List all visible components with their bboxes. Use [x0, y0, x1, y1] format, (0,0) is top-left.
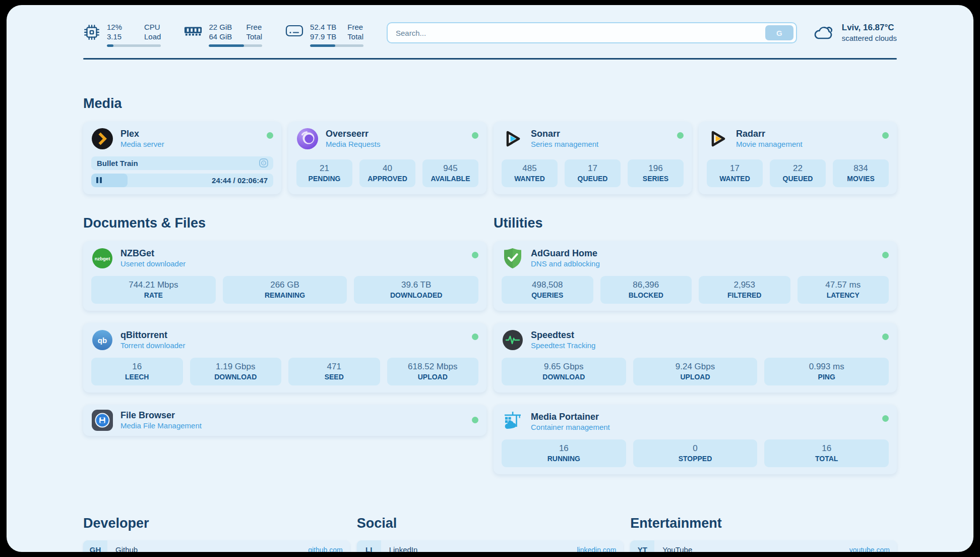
app-card-adguard[interactable]: AdGuard Home DNS and adblocking 498,508 …: [494, 241, 897, 311]
app-subtitle: Media server: [120, 139, 164, 149]
app-name: AdGuard Home: [531, 248, 600, 259]
stat-approved: 40 APPROVED: [359, 159, 415, 187]
memory-free-label: Free: [246, 22, 262, 32]
storage-progress-fill: [310, 44, 335, 47]
playback-progress-bar[interactable]: 24:44 / 02:06:47: [91, 174, 273, 187]
weather-widget[interactable]: Lviv, 16.87°C scattered clouds: [812, 22, 897, 43]
stat-download: 1.19 Gbps DOWNLOAD: [190, 358, 282, 385]
app-card-qbittorrent[interactable]: qb qBittorrent Torrent downloader 16 LEE…: [83, 323, 486, 393]
storage-total-value: 97.9 TB: [310, 32, 336, 41]
memory-total-label: Total: [246, 32, 262, 41]
storage-total-label: Total: [347, 32, 363, 41]
status-dot: [472, 132, 478, 139]
stat-running: 16 RUNNING: [502, 439, 626, 467]
memory-total-value: 64 GiB: [209, 32, 235, 41]
link-name: Github: [115, 545, 308, 552]
filebrowser-icon: [91, 409, 113, 431]
stat-download: 9.65 Gbps DOWNLOAD: [502, 358, 626, 385]
stat-total: 16 TOTAL: [764, 439, 889, 467]
cpu-usage-value: 12%: [107, 22, 133, 32]
app-card-nzbget[interactable]: nzbget NZBGet Usenet downloader 744.21 M…: [83, 241, 486, 311]
app-name: Radarr: [736, 128, 803, 139]
app-card-portainer[interactable]: Media Portainer Container management 16 …: [494, 405, 897, 474]
app-name: File Browser: [120, 410, 202, 421]
app-subtitle: Container management: [531, 422, 610, 432]
link-github[interactable]: GH Github github.com: [83, 540, 350, 552]
app-subtitle: Series management: [531, 139, 598, 149]
top-bar: 12% 3.15 CPU Load: [83, 5, 897, 47]
ram-stick-icon: [184, 24, 202, 39]
cloud-icon: [812, 24, 835, 42]
now-playing-title: Bullet Train: [97, 159, 258, 168]
section-title-developer: Developer: [83, 516, 350, 531]
cpu-progress-fill: [107, 44, 113, 47]
section-title-documents: Documents & Files: [83, 215, 486, 231]
link-url: youtube.com: [849, 546, 890, 552]
stat-movies: 834 MOVIES: [833, 159, 889, 187]
stats-row: 485 WANTED 17 QUEUED 196 SERIES: [502, 153, 684, 187]
link-linkedin[interactable]: LI LinkedIn linkedin.com: [357, 540, 624, 552]
status-dot: [677, 132, 684, 139]
app-name: NZBGet: [120, 248, 186, 259]
stats-row: 744.21 Mbps RATE 266 GB REMAINING 39.6 T…: [91, 269, 478, 304]
stat-ping: 0.993 ms PING: [764, 358, 889, 385]
playback-progress-fill: [91, 174, 128, 187]
section-title-media: Media: [83, 96, 897, 112]
app-subtitle: Movie management: [736, 139, 803, 149]
search-input[interactable]: [395, 28, 765, 38]
media-cards-row: Plex Media server Bullet Train 24:44 / 0…: [83, 122, 897, 194]
stat-latency: 47.57 ms LATENCY: [798, 276, 889, 304]
now-playing-row: Bullet Train: [91, 156, 273, 170]
stats-row: 16 LEECH 1.19 Gbps DOWNLOAD 471 SEED 618…: [91, 351, 478, 385]
app-subtitle: Media Requests: [326, 139, 380, 149]
weather-location: Lviv, 16.87°C: [842, 22, 897, 33]
app-subtitle: Media File Management: [120, 421, 202, 430]
storage-free-label: Free: [347, 22, 363, 32]
overseerr-icon: [296, 128, 319, 150]
stat-queries: 498,508 QUERIES: [502, 276, 593, 304]
app-subtitle: Speedtest Tracking: [531, 341, 595, 350]
developer-links: Developer GH Github github.com SO StackO…: [83, 516, 350, 552]
app-name: Sonarr: [531, 128, 598, 139]
stat-leech: 16 LEECH: [91, 358, 183, 385]
search-engine-button[interactable]: G: [765, 25, 793, 40]
link-badge: LI: [357, 540, 381, 552]
memory-metric: 22 GiB 64 GiB Free Total: [184, 22, 262, 47]
middle-sections: Documents & Files nzbget NZBGet Usenet d…: [83, 215, 897, 486]
stat-blocked: 86,396 BLOCKED: [600, 276, 692, 304]
app-name: Overseerr: [326, 128, 380, 139]
link-youtube[interactable]: YT YouTube youtube.com: [630, 540, 897, 552]
app-card-sonarr[interactable]: Sonarr Series management 485 WANTED 17 Q…: [494, 122, 692, 194]
playback-time: 24:44 / 02:06:47: [212, 174, 268, 187]
sonarr-icon: [502, 128, 524, 150]
link-name: LinkedIn: [389, 545, 577, 552]
status-dot: [882, 132, 889, 139]
stat-upload: 618.52 Mbps UPLOAD: [387, 358, 479, 385]
adguard-icon: [502, 247, 524, 269]
cpu-load-value: 3.15: [107, 32, 133, 41]
stat-queued: 22 QUEUED: [770, 159, 826, 187]
link-badge: YT: [630, 540, 654, 552]
hard-drive-icon: [285, 24, 303, 38]
stat-series: 196 SERIES: [628, 159, 684, 187]
documents-column: Documents & Files nzbget NZBGet Usenet d…: [83, 215, 486, 448]
cpu-metric: 12% 3.15 CPU Load: [83, 22, 161, 47]
app-card-speedtest[interactable]: Speedtest Speedtest Tracking 9.65 Gbps D…: [494, 323, 897, 393]
status-dot: [472, 252, 478, 258]
pause-icon: [96, 177, 102, 183]
system-metrics: 12% 3.15 CPU Load: [83, 22, 363, 47]
stats-row: 21 PENDING 40 APPROVED 945 AVAILABLE: [296, 153, 478, 187]
app-card-radarr[interactable]: Radarr Movie management 17 WANTED 22 QUE…: [699, 122, 897, 194]
svg-text:nzbget: nzbget: [95, 255, 110, 261]
app-subtitle: Usenet downloader: [120, 259, 186, 268]
link-url: linkedin.com: [577, 546, 617, 552]
status-dot: [882, 252, 889, 258]
link-name: YouTube: [662, 545, 849, 552]
app-card-plex[interactable]: Plex Media server Bullet Train 24:44 / 0…: [83, 122, 281, 194]
section-title-entertainment: Entertainment: [630, 516, 897, 531]
app-subtitle: DNS and adblocking: [531, 259, 600, 268]
app-name: Speedtest: [531, 329, 595, 341]
session-camera-icon[interactable]: [258, 157, 269, 169]
app-card-filebrowser[interactable]: File Browser Media File Management: [83, 405, 486, 436]
app-card-overseerr[interactable]: Overseerr Media Requests 21 PENDING 40 A…: [288, 122, 486, 194]
